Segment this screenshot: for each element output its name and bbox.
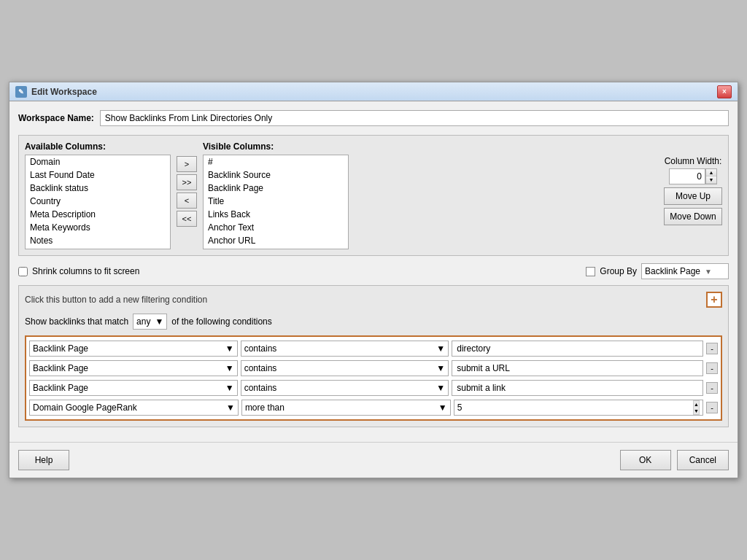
list-item[interactable]: Title [204,195,348,208]
match-dropdown[interactable]: any ▼ [133,314,167,330]
visible-columns-section: Visible Columns: # Backlink Source Backl… [203,141,657,249]
help-button[interactable]: Help [18,450,69,470]
workspace-name-label: Workspace Name: [18,113,94,123]
close-button[interactable]: × [717,85,732,98]
condition-field-1[interactable]: Backlink Page ▼ [29,341,238,357]
show-row: Show backlinks that match any ▼ of the f… [25,314,722,330]
shrink-groupby-row: Shrink columns to fit screen Group By Ba… [18,263,729,279]
available-columns-label: Available Columns: [25,141,171,152]
show-label: Show backlinks that match [25,316,128,327]
conditions-suffix: of the following conditions [171,316,271,327]
footer: Help OK Cancel [9,442,738,478]
move-up-button[interactable]: Move Up [664,187,722,205]
condition-value-4[interactable]: 5 ▲ ▼ [454,400,703,416]
list-item[interactable]: Anchor Text [204,221,348,234]
workspace-name-input[interactable] [100,110,729,126]
remove-condition-2-button[interactable]: - [706,362,718,374]
list-item[interactable]: Backlink status [26,182,170,195]
condition-field-2[interactable]: Backlink Page ▼ [29,360,238,376]
title-bar-left: ✎ Edit Workspace [15,86,97,98]
available-columns-section: Available Columns: Domain Last Found Dat… [25,141,171,249]
spin-up-button[interactable]: ▲ [706,169,716,176]
footer-right: OK Cancel [620,450,729,470]
add-filter-text: Click this button to add a new filtering… [25,295,207,305]
spin-down-button[interactable]: ▼ [706,176,716,184]
move-right-all-button[interactable]: >> [177,174,197,190]
title-bar: ✎ Edit Workspace × [9,82,738,101]
group-by-arrow-icon: ▼ [705,268,712,276]
visible-columns-label: Visible Columns: [203,141,657,152]
condition-value-3[interactable]: submit a link [452,380,703,396]
match-arrow-icon: ▼ [155,316,163,327]
condition-operator-2[interactable]: contains ▼ [241,360,449,376]
column-width-spinner: ▲ ▼ [705,168,717,184]
column-width-section: Column Width: ▲ ▼ [664,156,722,184]
cancel-button[interactable]: Cancel [677,450,729,470]
window-title: Edit Workspace [31,87,97,97]
cond-field-arrow-icon: ▼ [226,402,235,413]
window-icon: ✎ [15,86,27,98]
condition-value-2[interactable]: submit a URL [452,360,703,376]
cond-op-arrow-icon: ▼ [436,383,445,393]
group-by-value: Backlink Page [645,266,700,276]
list-item[interactable]: Backlink Page [204,182,348,195]
list-item[interactable]: Anchor URL [204,234,348,247]
cond-op-arrow-icon: ▼ [436,363,445,373]
columns-section: Available Columns: Domain Last Found Dat… [18,135,729,256]
column-width-input[interactable] [669,168,705,184]
list-item[interactable]: Backlink Source [204,168,348,182]
list-item[interactable]: Last Found Date [26,168,170,182]
move-left-button[interactable]: < [177,192,197,209]
shrink-checkbox[interactable] [18,267,28,276]
condition-field-4[interactable]: Domain Google PageRank ▼ [29,400,239,416]
visible-columns-list: # Backlink Source Backlink Page Title Li… [203,155,349,249]
value-spin-down[interactable]: ▼ [694,408,699,414]
workspace-name-row: Workspace Name: [18,110,729,126]
content-area: Workspace Name: Available Columns: Domai… [9,101,738,442]
cond-op-arrow-icon: ▼ [438,402,447,413]
list-item[interactable]: Meta Description [26,208,170,221]
filter-section: Click this button to add a new filtering… [18,285,729,427]
move-left-all-button[interactable]: << [177,211,197,227]
conditions-box: Backlink Page ▼ contains ▼ directory - B… [25,335,722,421]
shrink-label: Shrink columns to fit screen [32,266,139,276]
condition-operator-3[interactable]: contains ▼ [241,380,449,396]
cond-field-arrow-icon: ▼ [225,343,234,354]
cond-field-arrow-icon: ▼ [225,383,234,393]
group-by-label: Group By [600,266,637,276]
list-item[interactable]: Meta Keywords [26,221,170,234]
cond-field-arrow-icon: ▼ [225,363,234,373]
column-width-input-row: ▲ ▼ [669,168,717,184]
edit-workspace-window: ✎ Edit Workspace × Workspace Name: Avail… [9,82,738,478]
remove-condition-3-button[interactable]: - [706,382,718,394]
condition-row: Backlink Page ▼ contains ▼ submit a URL … [29,359,718,377]
list-item[interactable]: Country [26,195,170,208]
condition-operator-4[interactable]: more than ▼ [241,400,451,416]
condition-row: Backlink Page ▼ contains ▼ directory - [29,340,718,357]
value-spin-up[interactable]: ▲ [694,401,699,408]
cond-op-arrow-icon: ▼ [436,343,445,354]
group-by-checkbox[interactable] [586,267,595,276]
remove-condition-4-button[interactable]: - [706,402,718,413]
condition-value-1[interactable]: directory [452,341,703,357]
right-controls: Column Width: ▲ ▼ Move Up Move Down [664,156,722,225]
condition-field-3[interactable]: Backlink Page ▼ [29,380,238,396]
remove-condition-1-button[interactable]: - [706,343,718,354]
condition-row: Domain Google PageRank ▼ more than ▼ 5 ▲… [29,399,718,416]
list-item[interactable]: Notes [26,234,170,247]
available-columns-list: Domain Last Found Date Backlink status C… [25,155,171,249]
list-item[interactable]: Links Back [204,208,348,221]
column-width-label: Column Width: [665,156,722,166]
list-item[interactable]: # [204,155,348,168]
move-down-button[interactable]: Move Down [664,208,722,225]
group-by-section: Group By Backlink Page ▼ [586,263,729,279]
arrow-buttons: > >> < << [171,156,203,227]
add-condition-button[interactable]: + [706,292,722,308]
list-item[interactable]: Domain [26,155,170,168]
move-right-button[interactable]: > [177,156,197,172]
group-by-dropdown[interactable]: Backlink Page ▼ [641,263,729,279]
ok-button[interactable]: OK [620,450,671,470]
filter-header: Click this button to add a new filtering… [25,292,722,308]
condition-operator-1[interactable]: contains ▼ [241,341,449,357]
condition-row: Backlink Page ▼ contains ▼ submit a link… [29,379,718,397]
